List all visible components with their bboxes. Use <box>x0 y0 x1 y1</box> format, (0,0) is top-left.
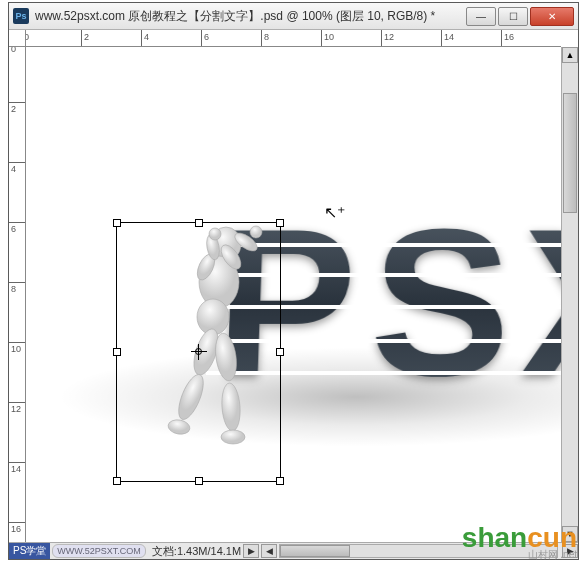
app-icon: Ps <box>13 8 29 24</box>
titlebar[interactable]: Ps www.52psxt.com 原创教程之【分割文字】.psd @ 100%… <box>9 3 578 30</box>
ruler-horizontal[interactable]: 024681012141618 <box>26 30 561 47</box>
transform-handle-tl[interactable] <box>113 219 121 227</box>
ruler-v-tick: 6 <box>9 222 26 234</box>
ruler-v-tick: 10 <box>9 342 26 354</box>
scroll-up-button[interactable]: ▲ <box>562 47 578 63</box>
ruler-v-tick: 14 <box>9 462 26 474</box>
transform-handle-br[interactable] <box>276 477 284 485</box>
text-letter-x: X <box>517 182 561 424</box>
maximize-button[interactable]: ☐ <box>498 7 528 26</box>
ruler-h-tick: 10 <box>321 30 334 47</box>
scroll-h-thumb[interactable] <box>280 545 350 557</box>
status-arrow-button[interactable]: ▶ <box>243 544 259 558</box>
scrollbar-horizontal[interactable] <box>279 544 558 558</box>
status-badge: PS学堂 <box>9 543 50 559</box>
ruler-h-tick: 6 <box>201 30 209 47</box>
transform-handle-bl[interactable] <box>113 477 121 485</box>
app-window: Ps www.52psxt.com 原创教程之【分割文字】.psd @ 100%… <box>8 2 579 560</box>
ruler-h-tick: 0 <box>26 30 29 47</box>
transform-bounding-box[interactable] <box>116 222 281 482</box>
ruler-h-tick: 16 <box>501 30 514 47</box>
scroll-v-track[interactable] <box>562 63 578 526</box>
ruler-vertical[interactable]: 0246810121416 <box>9 47 26 542</box>
ruler-v-tick: 2 <box>9 102 26 114</box>
scroll-left-button[interactable]: ◀ <box>261 544 277 558</box>
ruler-origin[interactable] <box>9 30 26 47</box>
ruler-v-tick: 16 <box>9 522 26 534</box>
canvas[interactable]: P S X <box>26 47 561 542</box>
window-controls: — ☐ ✕ <box>464 7 574 26</box>
text-letter-s: S <box>367 182 516 424</box>
transform-center-point[interactable] <box>191 344 207 360</box>
scroll-right-button[interactable]: ▶ <box>562 544 578 558</box>
status-doc-size: 1.43M/14.1M <box>177 545 241 557</box>
transform-handle-mr[interactable] <box>276 348 284 356</box>
ruler-h-tick: 2 <box>81 30 89 47</box>
close-button[interactable]: ✕ <box>530 7 574 26</box>
scroll-v-thumb[interactable] <box>563 93 577 213</box>
transform-handle-bm[interactable] <box>195 477 203 485</box>
ruler-v-tick: 12 <box>9 402 26 414</box>
minimize-button[interactable]: — <box>466 7 496 26</box>
ruler-h-tick: 14 <box>441 30 454 47</box>
ruler-v-tick: 8 <box>9 282 26 294</box>
ruler-h-tick: 4 <box>141 30 149 47</box>
transform-handle-tr[interactable] <box>276 219 284 227</box>
ruler-h-tick: 8 <box>261 30 269 47</box>
transform-handle-ml[interactable] <box>113 348 121 356</box>
ruler-h-tick: 12 <box>381 30 394 47</box>
window-title: www.52psxt.com 原创教程之【分割文字】.psd @ 100% (图… <box>35 8 464 25</box>
scrollbar-vertical[interactable]: ▲ ▼ <box>561 47 578 542</box>
ruler-v-tick: 4 <box>9 162 26 174</box>
status-doc-label: 文档: <box>152 544 177 559</box>
statusbar: PS学堂 WWW.52PSXT.COM 文档: 1.43M/14.1M ▶ ◀ … <box>9 542 578 559</box>
scroll-down-button[interactable]: ▼ <box>562 526 578 542</box>
transform-handle-tm[interactable] <box>195 219 203 227</box>
status-url: WWW.52PSXT.COM <box>52 544 146 558</box>
ruler-v-tick: 0 <box>9 47 26 54</box>
